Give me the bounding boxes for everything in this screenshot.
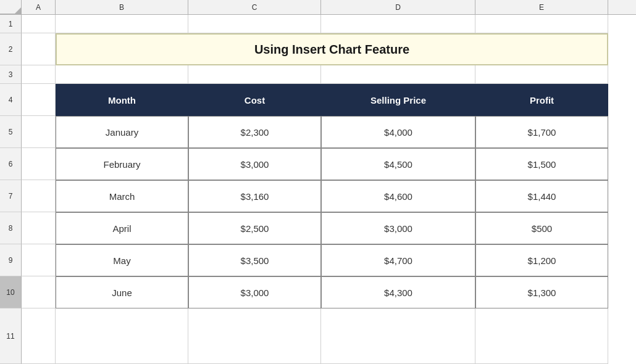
col-header-b: B xyxy=(56,0,188,14)
row-num-7: 7 xyxy=(0,180,22,212)
cell-c1[interactable] xyxy=(188,15,321,33)
cell-b3[interactable] xyxy=(56,65,188,84)
cell-a2[interactable] xyxy=(22,33,56,65)
grid-row-11: 11 xyxy=(0,308,636,364)
cell-d10[interactable]: $4,300 xyxy=(321,276,475,308)
cell-b4-header: Month xyxy=(56,84,188,116)
cell-e5[interactable]: $1,700 xyxy=(475,116,608,148)
cell-e10[interactable]: $1,300 xyxy=(475,276,608,308)
cell-a3[interactable] xyxy=(22,65,56,84)
grid-row-5: 5 January $2,300 $4,000 $1,700 xyxy=(0,116,636,148)
cell-a6[interactable] xyxy=(22,148,56,180)
cell-c10[interactable]: $3,000 xyxy=(188,276,321,308)
grid-row-4: 4 Month Cost Selling Price Profit xyxy=(0,84,636,116)
cell-a5[interactable] xyxy=(22,116,56,148)
cell-e11[interactable] xyxy=(475,308,608,364)
cell-b11[interactable] xyxy=(56,308,188,364)
cell-c9[interactable]: $3,500 xyxy=(188,244,321,276)
cell-b8[interactable]: April xyxy=(56,212,188,244)
cell-c3[interactable] xyxy=(188,65,321,84)
row-num-9: 9 xyxy=(0,244,22,276)
corner-cell xyxy=(0,0,22,14)
col-header-c: C xyxy=(188,0,321,14)
cell-d5[interactable]: $4,000 xyxy=(321,116,475,148)
grid-row-2: 2 Using Insert Chart Feature xyxy=(0,33,636,65)
cell-d9[interactable]: $4,700 xyxy=(321,244,475,276)
cell-d3[interactable] xyxy=(321,65,475,84)
grid-body: 1 2 Using Insert Chart Feature 3 4 Mon xyxy=(0,15,636,364)
col-header-e: E xyxy=(475,0,608,14)
cell-a10[interactable] xyxy=(22,276,56,308)
cell-e6[interactable]: $1,500 xyxy=(475,148,608,180)
row-num-2: 2 xyxy=(0,33,22,65)
row-num-6: 6 xyxy=(0,148,22,180)
row-num-10: 10 xyxy=(0,276,22,308)
row-num-8: 8 xyxy=(0,212,22,244)
cell-c5[interactable]: $2,300 xyxy=(188,116,321,148)
cell-c11[interactable] xyxy=(188,308,321,364)
cell-c8[interactable]: $2,500 xyxy=(188,212,321,244)
cell-e3[interactable] xyxy=(475,65,608,84)
row-num-11: 11 xyxy=(0,308,22,364)
cell-e9[interactable]: $1,200 xyxy=(475,244,608,276)
cell-d1[interactable] xyxy=(321,15,475,33)
col-header-a: A xyxy=(22,0,56,14)
row-num-5: 5 xyxy=(0,116,22,148)
row-num-3: 3 xyxy=(0,65,22,84)
cell-a7[interactable] xyxy=(22,180,56,212)
cell-a9[interactable] xyxy=(22,244,56,276)
cell-b1[interactable] xyxy=(56,15,188,33)
cell-d4-header: Selling Price xyxy=(321,84,475,116)
cell-d6[interactable]: $4,500 xyxy=(321,148,475,180)
spreadsheet: A B C D E 1 2 Using Insert Chart Feature… xyxy=(0,0,636,364)
cell-a8[interactable] xyxy=(22,212,56,244)
cell-e1[interactable] xyxy=(475,15,608,33)
grid-row-3: 3 xyxy=(0,65,636,84)
cell-c7[interactable]: $3,160 xyxy=(188,180,321,212)
grid-row-6: 6 February $3,000 $4,500 $1,500 xyxy=(0,148,636,180)
cell-e4-header: Profit xyxy=(475,84,608,116)
cell-a1[interactable] xyxy=(22,15,56,33)
title-cell: Using Insert Chart Feature xyxy=(56,33,608,65)
grid-row-10: 10 June $3,000 $4,300 $1,300 xyxy=(0,276,636,308)
col-header-d: D xyxy=(321,0,475,14)
cell-e7[interactable]: $1,440 xyxy=(475,180,608,212)
cell-a4[interactable] xyxy=(22,84,56,116)
grid-row-1: 1 xyxy=(0,15,636,33)
cell-c6[interactable]: $3,000 xyxy=(188,148,321,180)
grid-row-9: 9 May $3,500 $4,700 $1,200 xyxy=(0,244,636,276)
grid-row-7: 7 March $3,160 $4,600 $1,440 xyxy=(0,180,636,212)
cell-b7[interactable]: March xyxy=(56,180,188,212)
cell-a11[interactable] xyxy=(22,308,56,364)
column-headers: A B C D E xyxy=(0,0,636,15)
cell-c4-header: Cost xyxy=(188,84,321,116)
cell-d8[interactable]: $3,000 xyxy=(321,212,475,244)
cell-d11[interactable] xyxy=(321,308,475,364)
row-num-4: 4 xyxy=(0,84,22,116)
row-num-1: 1 xyxy=(0,15,22,33)
cell-d7[interactable]: $4,600 xyxy=(321,180,475,212)
cell-b10[interactable]: June xyxy=(56,276,188,308)
cell-b9[interactable]: May xyxy=(56,244,188,276)
cell-b6[interactable]: February xyxy=(56,148,188,180)
cell-b5[interactable]: January xyxy=(56,116,188,148)
cell-e8[interactable]: $500 xyxy=(475,212,608,244)
grid-row-8: 8 April $2,500 $3,000 $500 xyxy=(0,212,636,244)
